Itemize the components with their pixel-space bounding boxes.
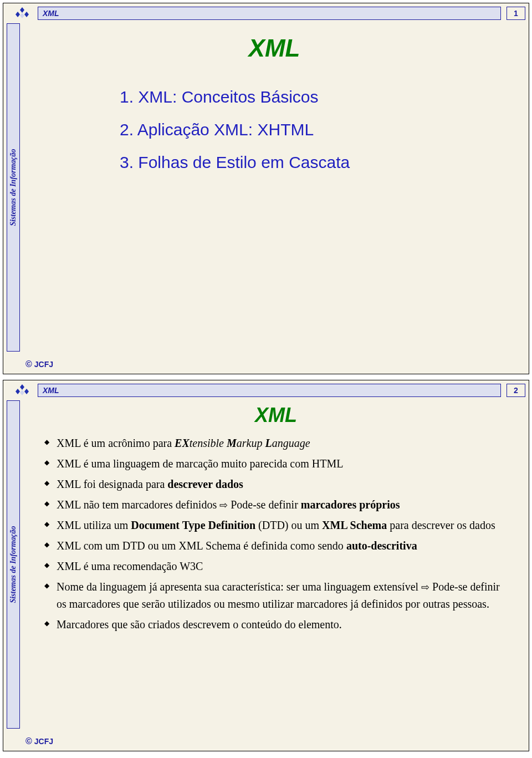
bullet-4: XML não tem marcadores definidos ⇨ Pode-…: [42, 496, 510, 513]
svg-marker-3: [20, 13, 24, 18]
logo-icon: [11, 7, 33, 20]
copyright-icon: ©: [25, 736, 32, 746]
bullet-6: XML com um DTD ou um XML Schema é defini…: [42, 537, 510, 554]
svg-marker-4: [20, 384, 24, 390]
header-title-box: XML: [38, 7, 501, 20]
slide-2: XML 2 Sistemas de Informação XML XML é u…: [3, 380, 529, 751]
sidebar: Sistemas de Informação: [7, 23, 20, 352]
bullet-7: XML é uma recomendação W3C: [42, 558, 510, 575]
footer-author: JCFJ: [34, 360, 53, 369]
toc-item-1: 1. XML: Conceitos Básicos: [120, 84, 507, 109]
sidebar: Sistemas de Informação: [7, 400, 20, 729]
slide2-title: XML: [42, 404, 510, 427]
bullet-1: XML é um acrônimo para EXtensible Markup…: [42, 435, 510, 452]
svg-marker-1: [16, 12, 20, 17]
bullet-9: Marcadores que são criados descrevem o c…: [42, 616, 510, 633]
footer: © JCFJ: [25, 359, 53, 369]
bullet-2: XML é uma linguagem de marcação muito pa…: [42, 455, 510, 472]
header-bar: XML 2: [38, 384, 525, 397]
header-title-box: XML: [38, 384, 501, 397]
bullet-8: Nome da linguagem já apresenta sua carac…: [42, 578, 510, 613]
arrow-icon: ⇨: [219, 500, 228, 511]
bullet-3: XML foi designada para descrever dados: [42, 476, 510, 493]
svg-marker-5: [16, 389, 20, 394]
page-number: 1: [507, 7, 525, 20]
svg-marker-7: [20, 390, 24, 395]
copyright-icon: ©: [25, 359, 32, 369]
svg-marker-0: [20, 7, 24, 13]
arrow-icon: ⇨: [421, 582, 429, 593]
header-title: XML: [43, 9, 59, 18]
bullet-list: XML é um acrônimo para EXtensible Markup…: [42, 435, 510, 633]
slide1-title: XML: [42, 34, 507, 62]
toc-item-3: 3. Folhas de Estilo em Cascata: [120, 150, 507, 175]
footer: © JCFJ: [25, 736, 53, 746]
logo-icon: [11, 384, 33, 397]
page-number: 2: [507, 384, 525, 397]
header-title: XML: [43, 386, 59, 395]
footer-author: JCFJ: [34, 737, 53, 746]
sidebar-label: Sistemas de Informação: [9, 149, 18, 226]
slide1-content: XML 1. XML: Conceitos Básicos 2. Aplicaç…: [25, 23, 523, 357]
bullet-5: XML utiliza um Document Type Definition …: [42, 517, 510, 534]
toc-item-2: 2. Aplicação XML: XHTML: [120, 117, 507, 142]
header-bar: XML 1: [38, 7, 525, 20]
svg-marker-6: [24, 389, 29, 394]
slide-1: XML 1 Sistemas de Informação XML 1. XML:…: [3, 3, 529, 374]
sidebar-label: Sistemas de Informação: [9, 526, 18, 603]
svg-marker-2: [24, 12, 29, 17]
slide2-content: XML XML é um acrônimo para EXtensible Ma…: [25, 400, 521, 734]
